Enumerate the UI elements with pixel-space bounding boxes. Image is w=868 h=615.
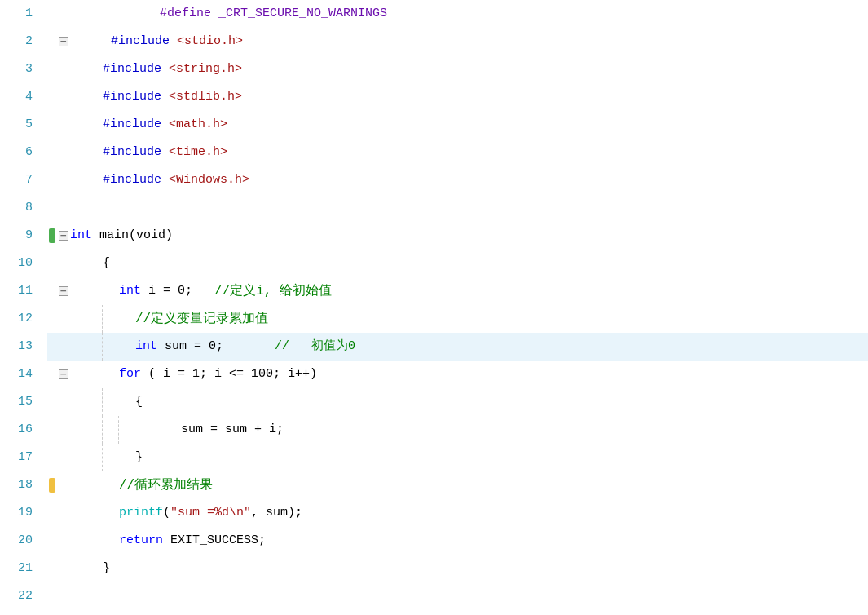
tokens-11: int i = 0; //定义i, 给初始值 <box>103 277 332 305</box>
fold-btn-22 <box>57 582 70 610</box>
line-number-22: 22 <box>0 582 33 610</box>
line-number-gutter: 12345678910111213141516171819202122 <box>0 0 41 615</box>
line-number-16: 16 <box>0 416 33 444</box>
code-line-22 <box>47 582 868 610</box>
token: ( i = 1; i <= 100; i++) <box>141 361 317 388</box>
token: } <box>103 555 110 582</box>
code-line-7: #include <Windows.h> <box>47 166 868 194</box>
indent-19 <box>70 499 103 527</box>
marker-col-5 <box>47 111 57 139</box>
fold-btn-3 <box>57 55 70 83</box>
token: printf <box>119 499 163 527</box>
fold-btn-1 <box>57 0 70 28</box>
line-number-17: 17 <box>0 444 33 471</box>
fold-btn-11[interactable]: − <box>57 277 70 305</box>
marker-col-4 <box>47 83 57 111</box>
line-number-5: 5 <box>0 111 33 139</box>
fold-btn-20 <box>57 527 70 555</box>
fold-minus-icon[interactable]: − <box>59 286 68 296</box>
token: , sum); <box>251 499 302 527</box>
code-line-20: return EXIT_SUCCESS; <box>47 527 868 555</box>
fold-btn-19 <box>57 499 70 527</box>
token: //循环累加结果 <box>119 471 213 499</box>
fold-btn-2[interactable]: − <box>57 28 70 55</box>
token: #include <box>103 166 169 194</box>
line-number-2: 2 <box>0 28 33 55</box>
line-number-7: 7 <box>0 166 33 194</box>
code-line-10: { <box>47 250 868 277</box>
indent-16 <box>70 416 135 444</box>
line-number-21: 21 <box>0 555 33 582</box>
marker-col-10 <box>47 250 57 277</box>
token: <time.h> <box>169 139 227 166</box>
dashed-guide <box>86 416 86 444</box>
fold-minus-icon[interactable]: − <box>59 369 68 379</box>
marker-col-7 <box>47 166 57 194</box>
dashed-guide <box>86 388 86 416</box>
code-line-11: −int i = 0; //定义i, 给初始值 <box>47 277 868 305</box>
dashed-guide <box>86 333 86 361</box>
token: <string.h> <box>169 55 242 83</box>
line-number-11: 11 <box>0 277 33 305</box>
fold-btn-15 <box>57 388 70 416</box>
dashed-guide <box>86 305 86 333</box>
tokens-4: #include <stdlib.h> <box>103 83 242 111</box>
fold-btn-21 <box>57 555 70 582</box>
code-area: #define _CRT_SECURE_NO_WARNINGS−#include… <box>41 0 868 615</box>
fold-btn-12 <box>57 305 70 333</box>
code-line-4: #include <stdlib.h> <box>47 83 868 111</box>
token: int <box>135 333 157 361</box>
token: { <box>103 250 110 277</box>
code-line-8 <box>47 194 868 222</box>
token: return <box>119 527 163 555</box>
token: int <box>119 277 141 305</box>
tokens-1: #define _CRT_SECURE_NO_WARNINGS <box>70 0 387 28</box>
indent-11 <box>70 277 103 305</box>
token: sum = sum + i; <box>152 416 284 444</box>
tokens-7: #include <Windows.h> <box>103 166 249 194</box>
indent-4 <box>70 83 103 111</box>
line-number-20: 20 <box>0 527 33 555</box>
marker-col-1 <box>47 0 57 28</box>
token: sum = 0; <box>157 333 275 361</box>
token: #define _CRT_SECURE_NO_WARNINGS <box>160 0 387 28</box>
line-number-10: 10 <box>0 250 33 277</box>
marker-col-16 <box>47 416 57 444</box>
marker-col-9 <box>47 222 57 250</box>
token: <stdio.h> <box>177 28 243 55</box>
tokens-2: #include <stdio.h> <box>70 28 243 55</box>
line-number-14: 14 <box>0 361 33 388</box>
token: <stdlib.h> <box>169 83 242 111</box>
code-line-5: #include <math.h> <box>47 111 868 139</box>
token: //定义变量记录累加值 <box>135 305 268 333</box>
fold-minus-icon[interactable]: − <box>59 231 68 241</box>
marker-col-14 <box>47 361 57 388</box>
code-line-14: −for ( i = 1; i <= 100; i++) <box>47 361 868 388</box>
marker-col-17 <box>47 444 57 471</box>
token: #include <box>103 111 169 139</box>
token: #include <box>111 28 177 55</box>
indent-6 <box>70 139 103 166</box>
token: { <box>135 388 143 416</box>
indent-3 <box>70 55 103 83</box>
tokens-9: int main(void) <box>70 222 173 250</box>
indent-13 <box>70 333 119 361</box>
code-line-13: int sum = 0; // 初值为0 <box>47 333 868 361</box>
fold-btn-14[interactable]: − <box>57 361 70 388</box>
fold-minus-icon[interactable]: − <box>59 37 68 46</box>
token: // 初值为0 <box>275 333 355 361</box>
green-marker <box>49 228 55 243</box>
token: #include <box>103 83 169 111</box>
fold-btn-6 <box>57 139 70 166</box>
fold-btn-16 <box>57 416 70 444</box>
marker-col-15 <box>47 388 57 416</box>
code-line-6: #include <time.h> <box>47 139 868 166</box>
code-line-9: −int main(void) <box>47 222 868 250</box>
fold-btn-10 <box>57 250 70 277</box>
token: for <box>119 361 141 388</box>
tokens-10: { <box>103 250 110 277</box>
fold-btn-9[interactable]: − <box>57 222 70 250</box>
line-number-3: 3 <box>0 55 33 83</box>
code-line-3: #include <string.h> <box>47 55 868 83</box>
code-editor: 12345678910111213141516171819202122 #def… <box>0 0 868 615</box>
